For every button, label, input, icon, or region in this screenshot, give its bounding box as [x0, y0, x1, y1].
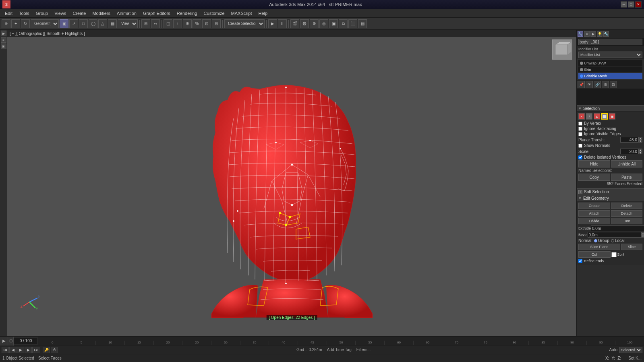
timeline-key-mode[interactable]: ⊡	[8, 337, 14, 345]
timeline-bar[interactable]: 0 5 10 15 20 25 30 35 40 45 50 55 60 65 …	[38, 337, 644, 345]
show-normals-checkbox[interactable]	[578, 144, 582, 148]
maximize-button[interactable]: □	[628, 1, 634, 8]
mod-editable-mesh[interactable]: Editable Mesh	[578, 73, 642, 79]
menu-customize[interactable]: Customize	[201, 10, 228, 17]
paste-button[interactable]: Paste	[611, 174, 643, 181]
toolbar-btn2[interactable]: ↗	[69, 19, 78, 28]
turn-button[interactable]: Turn	[611, 218, 643, 224]
rp-tab-motion[interactable]: ▶	[590, 31, 596, 37]
prev-frame-button[interactable]: ◀	[9, 347, 17, 353]
frame-counter[interactable]: 0 / 100	[14, 338, 38, 344]
object-name-field[interactable]	[578, 39, 642, 45]
toolbar-mirror-btn[interactable]: ⇔	[151, 19, 160, 28]
scale-up[interactable]: ▲	[638, 149, 642, 151]
modifier-list-dropdown[interactable]: Modifier List	[578, 52, 642, 58]
toolbar-btn10[interactable]: ⊡	[202, 19, 211, 28]
minimize-button[interactable]: ─	[621, 1, 627, 8]
mod-unwrap-uvw[interactable]: Unwrap UVW	[578, 60, 642, 66]
lt-btn3[interactable]: ⊞	[1, 43, 6, 49]
stack-pin-icon[interactable]: 📌	[578, 81, 585, 88]
toolbar-render8[interactable]: ▤	[358, 19, 367, 28]
toolbar-render3[interactable]: ⚙	[310, 19, 319, 28]
scale-field[interactable]	[620, 149, 638, 154]
toolbar-btn11[interactable]: ⊟	[212, 19, 221, 28]
bevel-field[interactable]	[588, 232, 641, 238]
key-mode-button[interactable]: 🔑	[43, 347, 50, 353]
close-button[interactable]: ✕	[635, 1, 642, 8]
menu-tools[interactable]: Tools	[16, 10, 33, 17]
ignore-backfacing-checkbox[interactable]	[578, 127, 582, 131]
bevel-down[interactable]: ▼	[641, 235, 644, 238]
toolbar-btn9[interactable]: %	[193, 19, 201, 28]
stack-delete-icon[interactable]: 🗑	[602, 81, 609, 88]
toolbar-layer-btn[interactable]: ◫	[164, 19, 172, 28]
delete-button[interactable]: Delete	[611, 203, 643, 209]
create-selection-dropdown[interactable]: Create Selection	[224, 19, 265, 28]
hide-button[interactable]: Hide	[578, 160, 610, 168]
toolbar-btn4[interactable]: ◯	[89, 19, 97, 28]
mod-skin[interactable]: Skin	[578, 66, 642, 73]
menu-edit[interactable]: Edit	[2, 10, 16, 17]
toolbar-btn3[interactable]: □	[79, 19, 88, 28]
element-icon[interactable]: ◼	[609, 113, 615, 120]
rp-tab-hierarchy[interactable]: ⚙	[584, 31, 590, 37]
rp-tab-display[interactable]: 💡	[597, 31, 603, 37]
edit-geometry-header[interactable]: ▼ Edit Geometry	[577, 195, 644, 201]
stack-show-icon[interactable]: 👁	[586, 81, 593, 88]
goto-end-button[interactable]: ⏭	[32, 347, 39, 353]
menu-create[interactable]: Create	[69, 10, 89, 17]
toolbar-anim1[interactable]: ▶	[268, 19, 277, 28]
split-checkbox[interactable]	[611, 252, 617, 257]
unhide-all-button[interactable]: Unhide All	[611, 160, 643, 168]
goto-start-button[interactable]: ⏮	[2, 347, 9, 353]
play-button[interactable]: ▶	[17, 347, 24, 353]
planar-thresh-down[interactable]: ▼	[638, 140, 642, 143]
selected-dropdown[interactable]: Selected	[619, 347, 642, 353]
group-radio-item[interactable]: Group	[594, 238, 609, 243]
planar-thresh-up[interactable]: ▲	[638, 137, 642, 140]
divide-button[interactable]: Divide	[578, 218, 610, 224]
toolbar-rotate-btn[interactable]: ↻	[21, 19, 30, 28]
edge-icon[interactable]: /	[586, 113, 592, 120]
filters-button[interactable]: Filters...	[356, 348, 371, 352]
soft-selection-header[interactable]: + Soft Selection	[577, 188, 644, 195]
toolbar-btn8[interactable]: ⚙	[183, 19, 192, 28]
polygon-icon[interactable]: ⬜	[601, 113, 608, 120]
menu-animation[interactable]: Animation	[114, 10, 140, 17]
toolbar-btn7[interactable]: ↑	[173, 19, 182, 28]
stack-chain-icon[interactable]: 🔗	[594, 81, 601, 88]
toolbar-render2[interactable]: 🖼	[300, 19, 309, 28]
by-vertex-checkbox[interactable]	[578, 122, 582, 126]
toolbar-render6[interactable]: ⧉	[339, 19, 348, 28]
copy-button[interactable]: Copy	[578, 174, 610, 181]
toolbar-btn5[interactable]: △	[98, 19, 107, 28]
detach-button[interactable]: Detach	[611, 210, 643, 217]
extrude-field[interactable]	[591, 225, 644, 231]
lt-btn2[interactable]: ≡	[1, 37, 6, 43]
menu-group[interactable]: Group	[33, 10, 52, 17]
rp-tab-modifier[interactable]: 🔧	[578, 31, 583, 37]
cut-button[interactable]: Cut	[578, 251, 611, 258]
slice-button[interactable]: Slice	[621, 244, 642, 250]
toolbar-render1[interactable]: 🎬	[290, 19, 299, 28]
slice-plane-button[interactable]: Slice Plane	[578, 244, 620, 250]
refine-ends-checkbox[interactable]	[578, 259, 582, 263]
toolbar-btn6[interactable]: ▦	[108, 19, 117, 28]
geometry-dropdown[interactable]: Geometry	[31, 19, 59, 28]
rp-tab-utilities[interactable]: 🔩	[603, 31, 609, 37]
planar-thresh-field[interactable]	[620, 137, 638, 143]
local-radio-item[interactable]: Local	[611, 238, 625, 243]
menu-graph-editors[interactable]: Graph Editors	[140, 10, 174, 17]
delete-isolated-checkbox[interactable]	[578, 155, 582, 159]
next-frame-button[interactable]: ▶	[25, 347, 32, 353]
time-config-button[interactable]: ⏱	[51, 347, 58, 353]
ignore-visible-edges-checkbox[interactable]	[578, 132, 582, 136]
menu-views[interactable]: Views	[51, 10, 69, 17]
viewport[interactable]: [ + ][ Orthographic ][ Smooth + Highligh…	[7, 30, 576, 336]
toolbar-snap-btn[interactable]: ⊞	[141, 19, 150, 28]
toolbar-render7[interactable]: ⬛	[348, 19, 357, 28]
vertex-icon[interactable]: •	[578, 113, 585, 120]
attach-button[interactable]: Attach	[578, 210, 610, 217]
bevel-up[interactable]: ▲	[641, 232, 644, 235]
stack-unique-icon[interactable]: ⊡	[610, 81, 617, 88]
